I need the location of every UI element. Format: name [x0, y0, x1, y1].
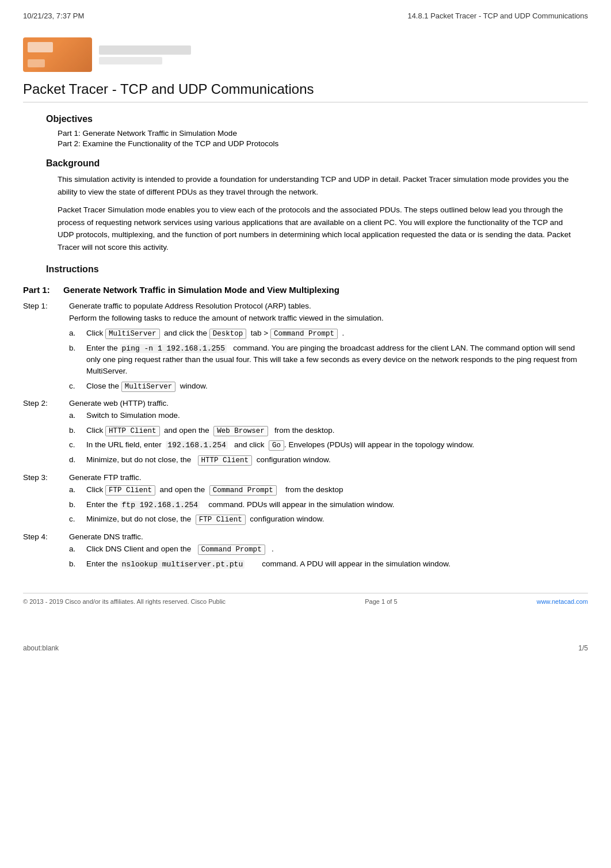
objective-item-1: Part 1: Generate Network Traffic in Simu…: [58, 129, 588, 138]
step3-title: Generate FTP traffic.: [69, 473, 142, 482]
url-value: 192.168.1.254: [166, 441, 227, 450]
item-label-b: b.: [69, 425, 86, 436]
command-prompt-dns: Command Prompt: [198, 545, 265, 555]
part1-title: Generate Network Traffic in Simulation M…: [63, 285, 339, 295]
http-client-min: HTTP Client: [198, 455, 253, 466]
multiserver-close: MultiServer: [121, 382, 176, 392]
list-item: a. Click DNS Client and open the Command…: [69, 543, 588, 555]
item-label-a: a.: [69, 484, 86, 496]
background-para-2: Packet Tracer Simulation mode enables yo…: [58, 204, 576, 253]
item-content-1c: Close the MultiServer window.: [86, 380, 588, 393]
ftp-client-min: FTP Client: [196, 515, 246, 525]
multiserver-word: MultiServer: [105, 329, 160, 339]
item-content-2d: Minimize, but do not close, the HTTP Cli…: [86, 454, 588, 466]
list-item: c. Close the MultiServer window.: [69, 380, 588, 393]
item-content-1a: Click MultiServer and click the Desktop …: [86, 328, 588, 340]
objective-item-2: Part 2: Examine the Functionality of the…: [58, 139, 588, 148]
objectives-list: Part 1: Generate Network Traffic in Simu…: [58, 129, 588, 148]
cisco-logo: [23, 37, 92, 72]
item-content-4a: Click DNS Client and open the Command Pr…: [86, 543, 588, 555]
item-label-b: b.: [69, 342, 86, 354]
ftp-client-word: FTP Client: [105, 485, 155, 496]
page-footer: © 2013 - 2019 Cisco and/or its affiliate…: [23, 593, 588, 605]
list-item: b. Enter the ping -n 1 192.168.1.255 com…: [69, 342, 588, 378]
background-para-1: This simulation activity is intended to …: [58, 173, 576, 198]
list-item: a. Click FTP Client and open the Command…: [69, 484, 588, 496]
logo-line2: [99, 57, 162, 64]
step1-intro: Perform the following tasks to reduce th…: [69, 313, 588, 324]
bottom-bar: about:blank 1/5: [23, 639, 588, 652]
step2-header: Step 2: Generate web (HTTP) traffic.: [23, 399, 588, 408]
netacad-link[interactable]: www.netacad.com: [537, 598, 588, 605]
nslookup-command: nslookup multiserver.pt.ptu: [120, 560, 245, 569]
item-label-b: b.: [69, 499, 86, 511]
command-prompt-word: Command Prompt: [270, 329, 338, 339]
item-content-2b: Click HTTP Client and open the Web Brows…: [86, 425, 588, 437]
item-label-c: c.: [69, 513, 86, 525]
step4-label: Step 4:: [23, 532, 69, 541]
bottom-right: 1/5: [578, 644, 588, 652]
main-title: Packet Tracer - TCP and UDP Communicatio…: [23, 81, 588, 102]
list-item: a. Click MultiServer and click the Deskt…: [69, 328, 588, 340]
item-label-b: b.: [69, 558, 86, 570]
step2-list: a. Switch to Simulation mode. b. Click H…: [69, 410, 588, 466]
logo-text: [99, 45, 191, 64]
step4-list: a. Click DNS Client and open the Command…: [69, 543, 588, 570]
page-info: Page 1 of 5: [365, 598, 397, 605]
page-title: 14.8.1 Packet Tracer - TCP and UDP Commu…: [407, 12, 588, 20]
step1-header: Step 1: Generate traffic to populate Add…: [23, 302, 588, 310]
step3-list: a. Click FTP Client and open the Command…: [69, 484, 588, 526]
bottom-left: about:blank: [23, 644, 59, 652]
item-content-3a: Click FTP Client and open the Command Pr…: [86, 484, 588, 496]
step3-header: Step 3: Generate FTP traffic.: [23, 473, 588, 482]
item-label-d: d.: [69, 454, 86, 466]
item-label-a: a.: [69, 410, 86, 421]
list-item: b. Enter the ftp 192.168.1.254 command. …: [69, 499, 588, 511]
item-content-3b: Enter the ftp 192.168.1.254 command. PDU…: [86, 499, 588, 511]
list-item: a. Switch to Simulation mode.: [69, 410, 588, 421]
item-content-1b: Enter the ping -n 1 192.168.1.255 comman…: [86, 342, 588, 378]
ping-command: ping -n 1 192.168.1.255: [120, 344, 227, 353]
desktop-word: Desktop: [209, 329, 247, 339]
web-browser-word: Web Browser: [213, 426, 268, 436]
step1-list: a. Click MultiServer and click the Deskt…: [69, 328, 588, 393]
datetime: 10/21/23, 7:37 PM: [23, 12, 84, 20]
page-header: 10/21/23, 7:37 PM 14.8.1 Packet Tracer -…: [23, 12, 588, 20]
background-title: Background: [46, 158, 588, 169]
go-button: Go: [269, 440, 284, 451]
item-content-2a: Switch to Simulation mode.: [86, 410, 588, 421]
item-label-a: a.: [69, 328, 86, 339]
copyright-text: © 2013 - 2019 Cisco and/or its affiliate…: [23, 598, 226, 605]
step3-label: Step 3:: [23, 473, 69, 482]
step4-header: Step 4: Generate DNS traffic.: [23, 532, 588, 541]
ftp-command: ftp 192.168.1.254: [120, 501, 200, 509]
http-client-word: HTTP Client: [105, 426, 160, 436]
instructions-title: Instructions: [46, 264, 588, 275]
objectives-title: Objectives: [46, 114, 588, 124]
step1-title: Generate traffic to populate Address Res…: [69, 302, 311, 310]
part1-header: Part 1: Generate Network Traffic in Simu…: [23, 285, 588, 295]
item-label-c: c.: [69, 380, 86, 392]
step2-label: Step 2:: [23, 399, 69, 408]
logo-line1: [99, 45, 191, 55]
step1-label: Step 1:: [23, 302, 69, 310]
item-content-2c: In the URL field, enter 192.168.1.254 an…: [86, 439, 588, 451]
step2-title: Generate web (HTTP) traffic.: [69, 399, 169, 408]
list-item: d. Minimize, but do not close, the HTTP …: [69, 454, 588, 466]
item-label-c: c.: [69, 439, 86, 451]
list-item: b. Enter the nslookup multiserver.pt.ptu…: [69, 558, 588, 570]
item-content-3c: Minimize, but do not close, the FTP Clie…: [86, 513, 588, 526]
list-item: c. In the URL field, enter 192.168.1.254…: [69, 439, 588, 451]
list-item: c. Minimize, but do not close, the FTP C…: [69, 513, 588, 526]
command-prompt-ftp: Command Prompt: [209, 485, 277, 496]
list-item: b. Click HTTP Client and open the Web Br…: [69, 425, 588, 437]
step4-title: Generate DNS traffic.: [69, 532, 143, 541]
item-label-a: a.: [69, 543, 86, 555]
item-content-4b: Enter the nslookup multiserver.pt.ptu co…: [86, 558, 588, 570]
part1-label: Part 1:: [23, 285, 63, 295]
logo-area: [23, 37, 588, 72]
